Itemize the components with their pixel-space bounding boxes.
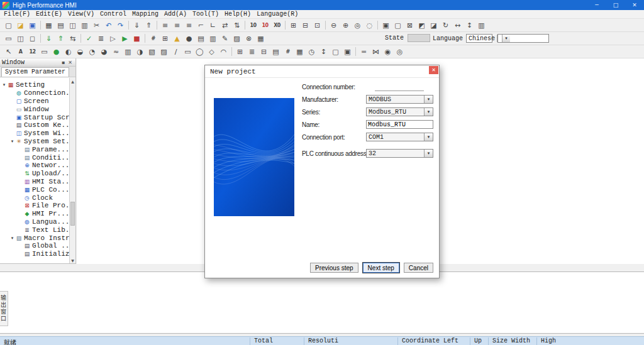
minimize-button[interactable]: ─ — [587, 0, 606, 10]
window-list-icon[interactable]: ◫ — [15, 33, 26, 44]
name-input[interactable] — [366, 120, 433, 129]
offline-simulation-icon[interactable]: ▷ — [108, 33, 118, 44]
zoom-out-icon[interactable]: ⊖ — [328, 20, 339, 31]
alarm-settings-icon[interactable]: ▲ — [172, 33, 182, 44]
numeric-widget-icon[interactable]: 12 — [27, 47, 38, 57]
panel-close-icon[interactable]: ✕ — [67, 60, 74, 65]
send-to-back-icon[interactable]: ◪ — [428, 20, 439, 31]
tree-scrollbar[interactable]: ▲ ▼ — [69, 78, 75, 263]
clock-widget-icon[interactable]: ◷ — [306, 47, 317, 57]
tree-item-macro-instr[interactable]: ▾▨Macro Instr... — [0, 234, 69, 242]
new-file-icon[interactable]: ▢ — [3, 20, 14, 31]
flip-vertical-icon[interactable]: ↕ — [464, 20, 475, 31]
plc-continuous-address-in-select[interactable]: 32▾ — [366, 149, 433, 158]
tree-item-connection[interactable]: ◍Connection... — [0, 89, 69, 97]
tree-item-custom-ke[interactable]: ▤Custom Ke... — [0, 121, 69, 129]
tree-item-langua[interactable]: ◍Langua... — [0, 218, 69, 226]
tree-item-text-lib[interactable]: ≣Text Lib... — [0, 226, 69, 234]
line-tool-icon[interactable]: ∕ — [170, 47, 181, 57]
online-simulation-icon[interactable]: ▶ — [119, 33, 130, 44]
tree-item-hmi-pr[interactable]: ◆HMI Pr... — [0, 210, 69, 218]
properties-icon[interactable]: ▥ — [476, 20, 487, 31]
language-secondary-select[interactable]: ▾ — [497, 34, 549, 43]
valve-widget-icon[interactable]: ⋈ — [370, 47, 381, 57]
manufacturer-select[interactable]: MODBUS▾ — [366, 95, 433, 104]
align-bottom-icon[interactable]: ∟ — [208, 20, 218, 31]
motor-widget-icon[interactable]: ◎ — [394, 47, 405, 57]
scroll-track[interactable] — [70, 84, 75, 257]
list-widget-icon[interactable]: ≣ — [247, 47, 257, 57]
calendar-widget-icon[interactable]: ▦ — [294, 47, 305, 57]
tree-item-screen[interactable]: ▢Screen — [0, 97, 69, 106]
ungroup-icon[interactable]: ▢ — [392, 20, 403, 31]
button-widget-icon[interactable]: ▭ — [39, 47, 50, 57]
ellipse-tool-icon[interactable]: ◯ — [194, 47, 205, 57]
menu-language[interactable]: Language(R) — [257, 11, 298, 18]
align-center-icon[interactable]: ≡ — [172, 20, 182, 31]
download-to-device-icon[interactable]: ⇓ — [43, 33, 54, 44]
menu-mapping[interactable]: Mapping — [132, 11, 158, 18]
merge-cells-icon[interactable]: ⊡ — [312, 20, 323, 31]
redo-icon[interactable]: ↷ — [115, 20, 126, 31]
previous-step-button[interactable]: Previous step — [310, 263, 358, 273]
grid-view-icon[interactable]: ▦ — [43, 20, 54, 31]
expander-icon[interactable]: ▾ — [1, 82, 7, 87]
menu-file[interactable]: File(F) — [4, 11, 30, 18]
scroll-up-icon[interactable]: ▲ — [71, 78, 74, 84]
copy-icon[interactable]: ◫ — [67, 20, 78, 31]
screen-editor-icon[interactable]: ▭ — [3, 33, 14, 44]
move-down-icon[interactable]: ⇓ — [131, 20, 142, 31]
group-icon[interactable]: ▣ — [380, 20, 391, 31]
expander-icon[interactable]: ▾ — [9, 139, 15, 144]
text-widget-icon[interactable]: A — [15, 47, 26, 57]
tree-item-global[interactable]: ▤Global ... — [0, 242, 69, 250]
open-project-icon[interactable]: ◪ — [15, 20, 26, 31]
table-widget-icon[interactable]: ⊞ — [235, 47, 245, 57]
menu-add[interactable]: Add(A) — [164, 11, 187, 18]
series-select[interactable]: Modbus_RTU▾ — [366, 107, 433, 116]
upload-from-device-icon[interactable]: ⇑ — [55, 33, 66, 44]
compile-icon[interactable]: ✓ — [84, 33, 94, 44]
state-select[interactable] — [408, 34, 430, 42]
menu-control[interactable]: Control — [100, 11, 126, 18]
tree-item-file-pro[interactable]: ⊠File Pro... — [0, 202, 69, 210]
flip-horizontal-icon[interactable]: ↔ — [452, 20, 463, 31]
menu-view[interactable]: View(V) — [68, 11, 94, 18]
tree-item-window[interactable]: ▭Window — [0, 105, 69, 113]
tag-decimal-alt-icon[interactable]: 10 — [260, 20, 270, 31]
scrollbar-widget-icon[interactable]: ↕ — [318, 47, 329, 57]
event-log-icon[interactable]: ● — [184, 33, 194, 44]
zoom-fit-icon[interactable]: ◎ — [352, 20, 363, 31]
meter-widget-icon[interactable]: ◔ — [87, 47, 97, 57]
pin-icon[interactable]: ▪ — [60, 60, 67, 65]
tree-item-startup-scr[interactable]: ▣Startup Scr... — [0, 113, 69, 121]
tag-decimal-icon[interactable]: 10 — [248, 20, 258, 31]
next-step-button[interactable]: Next step — [363, 263, 399, 273]
tree-item-conditi[interactable]: ▤Conditi... — [0, 153, 69, 162]
tree-item-hmi-sta[interactable]: ▥HMI Sta... — [0, 178, 69, 186]
address-table-icon[interactable]: ⊞ — [160, 33, 170, 44]
save-icon[interactable]: ▣ — [27, 20, 38, 31]
undo-icon[interactable]: ↶ — [103, 20, 114, 31]
tree-item-plc-co[interactable]: ▦PLC Co... — [0, 185, 69, 194]
rotate-icon[interactable]: ↻ — [440, 20, 451, 31]
usb-transfer-icon[interactable]: ⇆ — [67, 33, 78, 44]
dialog-close-button[interactable]: ✕ — [429, 66, 438, 74]
align-right-icon[interactable]: ≡ — [184, 20, 194, 31]
combo-widget-icon[interactable]: ⊟ — [258, 47, 269, 57]
tag-manager-icon[interactable]: # — [148, 33, 158, 44]
lock-icon[interactable]: ⊠ — [404, 20, 415, 31]
menu-help[interactable]: Help(H) — [225, 11, 251, 18]
align-left-icon[interactable]: ≡ — [160, 20, 170, 31]
switch-widget-icon[interactable]: ◐ — [63, 47, 74, 57]
tree-item-networ[interactable]: ⊕Networ... — [0, 162, 69, 170]
bring-to-front-icon[interactable]: ◩ — [416, 20, 427, 31]
build-all-icon[interactable]: ≣ — [96, 33, 106, 44]
macro-editor-icon[interactable]: ▨ — [231, 33, 242, 44]
select-tool-icon[interactable]: ↖ — [3, 47, 14, 57]
pie-chart-icon[interactable]: ◑ — [135, 47, 145, 57]
tree-item-setting[interactable]: ▾▦Setting — [0, 81, 69, 89]
menu-edit[interactable]: Edit(E) — [36, 11, 62, 18]
connection-port-select[interactable]: COM1▾ — [366, 133, 433, 141]
distribute-horizontal-icon[interactable]: ⇄ — [219, 20, 230, 31]
